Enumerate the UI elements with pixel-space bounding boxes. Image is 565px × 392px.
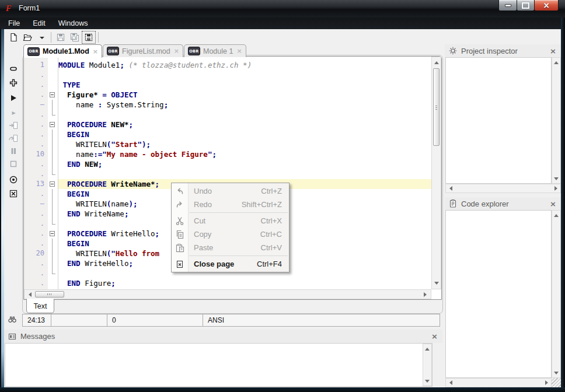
binoculars-icon xyxy=(8,314,17,324)
tab-text[interactable]: Text xyxy=(26,299,54,313)
record-button[interactable] xyxy=(6,174,21,186)
expand-button[interactable] xyxy=(6,77,21,89)
terminate-button[interactable] xyxy=(6,188,21,200)
line-number: . xyxy=(24,219,48,229)
tab-close-icon[interactable] xyxy=(93,48,98,55)
fold-toggle-icon[interactable] xyxy=(48,229,58,239)
messages-icon xyxy=(8,332,17,341)
tab-module-1[interactable]: OBRModule 1 xyxy=(184,44,246,57)
code-explorer-horizontal-scrollbar[interactable] xyxy=(445,378,552,387)
tab-close-icon[interactable] xyxy=(236,47,242,55)
fold-toggle-icon[interactable] xyxy=(48,120,58,130)
context-menu-item-copy[interactable]: CopyCtrl+C xyxy=(172,228,289,241)
run-button[interactable] xyxy=(6,92,21,104)
menu-item-shortcut: Ctrl+C xyxy=(260,230,282,239)
scroll-up-arrow[interactable] xyxy=(552,211,560,219)
new-document-button[interactable] xyxy=(6,31,20,44)
scroll-right-arrow[interactable] xyxy=(552,184,560,192)
code-explorer-close-icon[interactable] xyxy=(550,200,556,208)
scroll-right-arrow[interactable] xyxy=(543,379,550,387)
step-into-icon xyxy=(9,121,18,130)
fold-marker xyxy=(48,100,58,110)
step-over-button[interactable] xyxy=(6,132,21,144)
context-menu-item-undo[interactable]: UndoCtrl+Z xyxy=(172,184,289,198)
tab-close-icon[interactable] xyxy=(174,47,179,55)
open-dropdown-button[interactable] xyxy=(34,31,48,44)
messages-vertical-scrollbar[interactable] xyxy=(423,344,432,386)
gear-icon xyxy=(448,46,458,55)
run-selection-icon xyxy=(9,108,18,118)
scroll-right-arrow[interactable] xyxy=(421,290,430,299)
fold-marker xyxy=(48,268,58,278)
line-number: . xyxy=(24,239,48,249)
tab-figurelist-mod[interactable]: OBRFigureList.mod xyxy=(103,44,183,57)
context-menu-item-cut[interactable]: CutCtrl+X xyxy=(172,214,289,228)
project-inspector-close-icon[interactable] xyxy=(550,47,556,55)
status-bar: 24:130ANSI xyxy=(4,314,442,328)
close-button[interactable]: × xyxy=(534,0,559,11)
scroll-left-arrow[interactable] xyxy=(447,379,454,387)
maximize-icon xyxy=(522,2,529,9)
scroll-up-arrow[interactable] xyxy=(552,58,560,66)
code-text: END NEW; xyxy=(58,159,431,169)
maximize-button[interactable] xyxy=(517,0,535,11)
menu-item-windows[interactable]: Windows xyxy=(58,19,88,27)
collapse-button[interactable] xyxy=(6,63,21,75)
code-text: MODULE Module1; (* tlozza@student.ethz.c… xyxy=(58,60,431,70)
status-cell-3: ANSI xyxy=(203,314,440,327)
line-number: . xyxy=(24,278,48,288)
context-menu-item-redo[interactable]: RedoShift+Ctrl+Z xyxy=(172,198,289,211)
save-all-button[interactable] xyxy=(68,31,82,44)
copy-icon xyxy=(175,230,184,239)
run-selection-button[interactable] xyxy=(6,107,21,119)
open-folder-button[interactable] xyxy=(20,31,34,44)
context-menu-item-paste[interactable]: PasteCtrl+V xyxy=(172,241,289,254)
project-inspector-content[interactable] xyxy=(445,57,552,184)
scroll-left-arrow[interactable] xyxy=(26,290,34,299)
editor-vertical-scrollbar[interactable] xyxy=(431,57,441,289)
project-inspector-vertical-scrollbar[interactable] xyxy=(552,57,561,184)
stop-button[interactable] xyxy=(6,158,21,170)
minimize-icon xyxy=(505,4,511,7)
toolbar: ? xyxy=(6,30,101,44)
scroll-down-arrow[interactable] xyxy=(552,369,560,377)
horizontal-scroll-thumb[interactable] xyxy=(35,291,64,298)
menu-item-label: Undo xyxy=(194,187,212,195)
minimize-button[interactable] xyxy=(498,0,517,11)
editor-horizontal-scrollbar[interactable] xyxy=(24,289,431,299)
fold-toggle-icon[interactable] xyxy=(48,90,58,100)
line-number: . xyxy=(24,70,48,80)
menu-item-file[interactable]: File xyxy=(8,19,20,27)
project-inspector-horizontal-scrollbar[interactable] xyxy=(445,184,561,193)
clipboard-icon xyxy=(448,199,458,208)
fold-marker xyxy=(48,209,58,219)
terminate-icon xyxy=(9,189,18,198)
save-button[interactable] xyxy=(54,31,68,44)
open-folder-icon xyxy=(23,33,32,42)
scroll-up-arrow[interactable] xyxy=(423,345,431,352)
code-explorer-vertical-scrollbar[interactable] xyxy=(552,210,561,378)
scroll-up-arrow[interactable] xyxy=(432,58,441,66)
scroll-down-arrow[interactable] xyxy=(423,377,431,385)
fold-marker xyxy=(48,169,58,179)
fold-toggle-icon[interactable] xyxy=(48,179,58,189)
step-into-button[interactable] xyxy=(6,120,21,131)
context-menu-item-close-page[interactable]: Close pageCtrl+F4 xyxy=(172,257,289,271)
code-line: 1MODULE Module1; (* tlozza@student.ethz.… xyxy=(24,60,431,70)
scroll-down-arrow[interactable] xyxy=(432,279,441,288)
scroll-left-arrow[interactable] xyxy=(447,184,454,192)
code-line: . Figure* = OBJECT xyxy=(24,90,431,100)
scroll-down-arrow[interactable] xyxy=(552,175,560,183)
line-number: . xyxy=(24,209,48,219)
tab-module1-mod[interactable]: OBRModule1.Mod xyxy=(23,44,102,58)
messages-close-icon[interactable] xyxy=(431,332,438,341)
menu-item-edit[interactable]: Edit xyxy=(33,19,46,27)
save-module-button[interactable]: ? xyxy=(82,31,96,44)
messages-content[interactable] xyxy=(5,343,433,387)
pause-button[interactable] xyxy=(6,145,21,157)
code-explorer-content[interactable] xyxy=(445,210,552,378)
menu-item-label: Cut xyxy=(194,216,205,225)
run-icon xyxy=(9,93,18,103)
vertical-scroll-thumb[interactable] xyxy=(433,68,440,146)
resize-grip[interactable] xyxy=(552,378,561,387)
